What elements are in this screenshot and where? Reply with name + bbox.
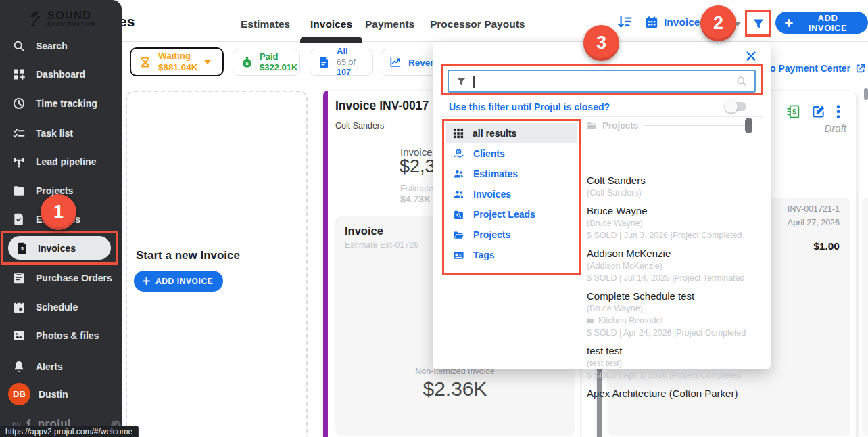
toggle-knob [725,100,738,113]
people-icon [453,168,464,180]
chip-count: 65 of [337,58,356,67]
clipboard-icon [12,271,26,285]
sidebar-item-label: Time tracking [36,98,97,109]
tab-processor-payouts[interactable]: Processor Payouts [430,18,525,30]
logo-subtitle: CONSTRUCTION [47,22,96,26]
sidebar-item-time-tracking[interactable]: Time tracking [12,95,114,112]
sidebar-item-photos-files[interactable]: Photos & files [12,327,114,344]
result-status: $ SOLD | Apr 3, 2026 |Project Completed [587,369,756,382]
add-invoice-label: ADD INVOICE [155,277,213,286]
money-bag-icon: $ [241,56,254,69]
result-status: $ SOLD | Apr 24, 2026 |Project Completed [587,327,756,339]
list-item[interactable]: Complete Schedule test (Bruce Wayne) Kit… [587,290,756,339]
logo-title: SOUND [47,9,96,22]
category-estimates[interactable]: Estimates [446,164,577,184]
user-name: Dustin [39,389,68,400]
tab-payments[interactable]: Payments [365,18,414,30]
folder-icon [12,184,26,198]
scrollbar-thumb[interactable] [745,118,752,133]
filter-search-input[interactable] [473,76,730,87]
invoice-card-client: Colt Sanders [335,121,384,131]
all-filter-chip[interactable]: All 65 of 107 [310,49,373,76]
persist-filter-toggle[interactable] [725,102,746,111]
sidebar-item-alerts[interactable]: Alerts [12,358,114,375]
close-icon[interactable] [745,50,757,62]
plus-icon [142,277,151,285]
results-group-label: Projects [602,120,638,131]
category-invoices[interactable]: Invoices [446,184,577,204]
filter-button[interactable] [752,17,765,30]
app-window: Invoices Estimates Invoices Payments Pro… [0,0,868,437]
chip-label: All [337,46,365,57]
waiting-filter-chip[interactable]: Waiting $681.04K [130,47,224,76]
list-item[interactable]: Apex Architecture (Colton Parker) [587,387,756,400]
result-name: Bruce Wayne [587,204,756,217]
clock-icon [12,97,26,110]
more-options-icon[interactable] [836,104,841,120]
plus-icon [784,18,794,28]
annotation-step-2: 2 [700,5,736,41]
category-all-results[interactable]: all results [446,123,577,143]
add-invoice-button[interactable]: ADD INVOICE [134,271,223,292]
categories-annotation-box: all results $ Clients Estimates Invoices [442,119,581,275]
user-menu[interactable]: DB Dustin [8,383,68,405]
estimate-doc-icon [12,212,26,226]
payment-center-label: o Payment Center [770,63,850,74]
tab-invoices[interactable]: Invoices [310,18,352,30]
sidebar-item-schedule[interactable]: Schedule [12,298,114,316]
group-by-dropdown[interactable]: Invoice [644,15,700,30]
edit-icon[interactable] [811,104,826,119]
record-payment-icon[interactable]: $ [786,104,802,120]
sidebar-item-task-list[interactable]: Task list [12,124,114,142]
sidebar-item-lead-pipeline[interactable]: Lead pipeline [12,153,114,170]
folder-icon [587,120,597,131]
top-bar: Invoices Estimates Invoices Payments Pro… [0,0,868,42]
text-cursor [473,76,475,88]
list-item[interactable]: Bruce Wayne (Bruce Wayne) $ SOLD | Jun 3… [587,204,756,242]
payment-center-link[interactable]: o Payment Center [770,63,866,74]
search-annotation-box [441,64,763,95]
sort-icon[interactable] [616,14,633,31]
status-badge: Draft [824,122,846,134]
pipeline-icon [12,155,26,168]
invoice-date: April 27, 2026 [788,218,840,227]
persist-filter-label: Use this filter until Projul is closed? [449,101,610,112]
category-label: Estimates [473,168,518,179]
status-stripe [323,91,328,437]
result-name: Complete Schedule test [587,290,756,302]
result-client: (Bruce Wayne) [587,302,756,315]
scrollbar-thumb[interactable] [864,88,868,100]
category-label: Projects [473,229,510,240]
category-project-leads[interactable]: Project Leads [446,204,577,225]
result-client: (Colt Sanders) [587,187,756,199]
sidebar-item-label: Purchase Orders [36,273,112,283]
add-invoice-label: ADD INVOICE [798,13,857,33]
sidebar-item-label: Dashboard [36,69,85,80]
invoice-card-title: Invoice INV-0017 [335,99,429,113]
company-logo: SOUND CONSTRUCTION [27,9,96,26]
grid-icon [453,128,464,139]
list-item[interactable]: test test (test test) $ SOLD | Apr 3, 20… [587,344,756,382]
list-item[interactable]: Colt Sanders (Colt Sanders) [587,174,756,199]
section-subtitle: Estimate Est-01726 [345,240,418,250]
result-client: (test test) [587,357,756,369]
category-label: Clients [473,148,505,159]
category-tags[interactable]: Tags [446,245,577,265]
invoice-amount: $1.00 [813,240,840,252]
invoice-doc-icon [318,56,331,69]
result-name: Addison McKenzie [587,247,756,260]
line-item-amount: $2.36K [335,377,575,400]
filter-search-field[interactable] [448,70,756,93]
sidebar-item-purchase-orders[interactable]: Purchase Orders [12,269,114,287]
sidebar-item-search[interactable]: Search [12,37,114,55]
chart-line-icon [389,55,402,69]
add-invoice-button[interactable]: ADD INVOICE [775,12,868,34]
result-status: $ SOLD | Jun 3, 2026 |Project Completed [587,229,756,242]
tab-estimates[interactable]: Estimates [241,18,290,30]
list-item[interactable]: Addison McKenzie (Addison McKenzie) $ SO… [587,247,756,284]
logo-glyph [27,9,43,26]
sidebar-item-dashboard[interactable]: Dashboard [12,66,114,83]
category-projects[interactable]: Projects [446,225,577,245]
category-clients[interactable]: $ Clients [446,143,577,164]
paid-filter-chip[interactable]: $ Paid $322.01K [233,49,300,76]
